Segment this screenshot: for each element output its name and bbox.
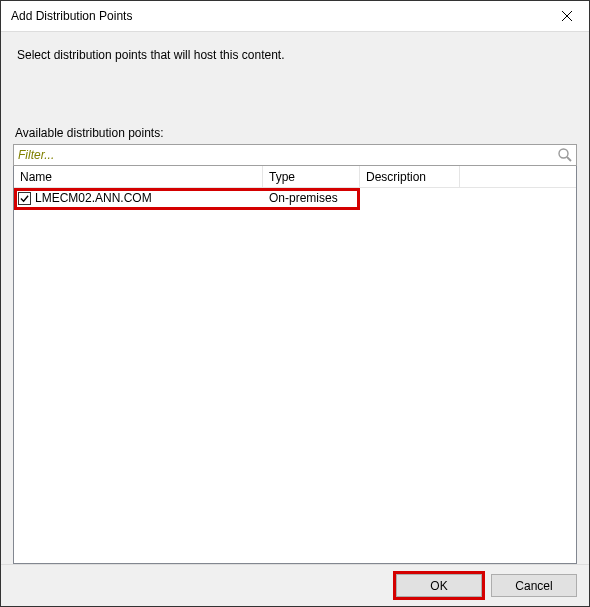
row-checkbox[interactable]	[18, 192, 31, 205]
search-icon[interactable]	[557, 147, 573, 163]
close-icon	[562, 11, 572, 21]
column-header-name[interactable]: Name	[14, 166, 263, 187]
column-header-description[interactable]: Description	[360, 166, 460, 187]
dialog-footer: OK Cancel	[1, 564, 589, 606]
svg-point-2	[559, 149, 568, 158]
filter-input[interactable]	[14, 145, 576, 165]
ok-button-highlight: OK	[393, 571, 485, 600]
dp-list: Name Type Description LMECM02.ANN.COM	[13, 166, 577, 564]
column-header-type[interactable]: Type	[263, 166, 360, 187]
instruction-text: Select distribution points that will hos…	[13, 44, 577, 122]
available-dp-label: Available distribution points:	[13, 122, 577, 144]
window-title: Add Distribution Points	[11, 9, 132, 23]
check-icon	[20, 194, 29, 203]
cancel-button[interactable]: Cancel	[491, 574, 577, 597]
filter-box	[13, 144, 577, 166]
list-header: Name Type Description	[14, 166, 576, 188]
table-row[interactable]: LMECM02.ANN.COM On-premises	[14, 188, 576, 206]
svg-line-3	[567, 157, 571, 161]
list-body: LMECM02.ANN.COM On-premises	[14, 188, 576, 563]
ok-button[interactable]: OK	[396, 574, 482, 597]
dialog-body: Select distribution points that will hos…	[1, 32, 589, 564]
column-header-fill	[460, 166, 576, 187]
titlebar: Add Distribution Points	[1, 1, 589, 32]
row-name: LMECM02.ANN.COM	[35, 191, 152, 205]
close-button[interactable]	[544, 1, 589, 32]
row-type: On-premises	[263, 191, 360, 205]
